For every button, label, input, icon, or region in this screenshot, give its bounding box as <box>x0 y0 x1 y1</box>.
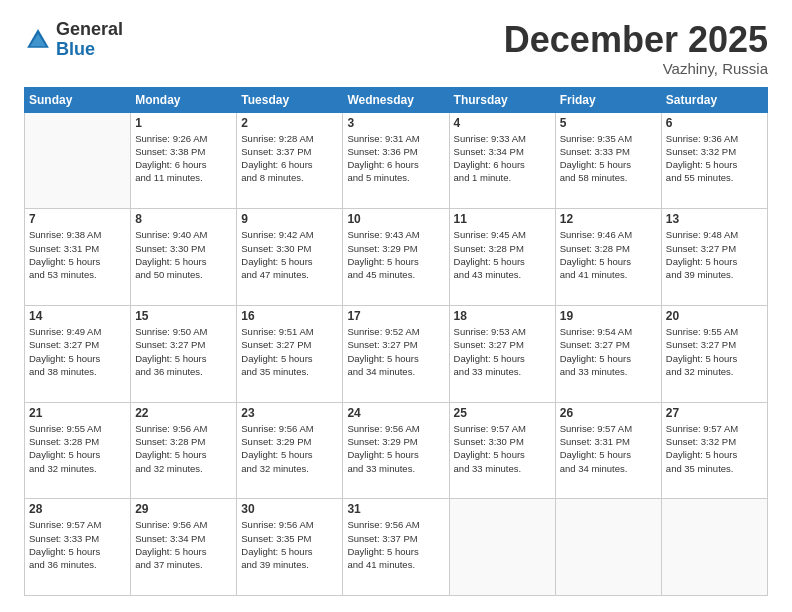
cell-content: Sunrise: 9:28 AM Sunset: 3:37 PM Dayligh… <box>241 132 338 185</box>
cell-content: Sunrise: 9:57 AM Sunset: 3:33 PM Dayligh… <box>29 518 126 571</box>
logo: General Blue <box>24 20 123 60</box>
day-number: 18 <box>454 309 551 323</box>
cell-content: Sunrise: 9:43 AM Sunset: 3:29 PM Dayligh… <box>347 228 444 281</box>
cell-content: Sunrise: 9:56 AM Sunset: 3:29 PM Dayligh… <box>241 422 338 475</box>
day-number: 13 <box>666 212 763 226</box>
cell-content: Sunrise: 9:52 AM Sunset: 3:27 PM Dayligh… <box>347 325 444 378</box>
day-number: 19 <box>560 309 657 323</box>
col-saturday: Saturday <box>661 87 767 112</box>
cell-content: Sunrise: 9:57 AM Sunset: 3:31 PM Dayligh… <box>560 422 657 475</box>
cell-content: Sunrise: 9:57 AM Sunset: 3:32 PM Dayligh… <box>666 422 763 475</box>
day-number: 5 <box>560 116 657 130</box>
cell-content: Sunrise: 9:56 AM Sunset: 3:28 PM Dayligh… <box>135 422 232 475</box>
table-cell: 13Sunrise: 9:48 AM Sunset: 3:27 PM Dayli… <box>661 209 767 306</box>
day-number: 23 <box>241 406 338 420</box>
day-number: 2 <box>241 116 338 130</box>
logo-icon <box>24 26 52 54</box>
table-cell: 7Sunrise: 9:38 AM Sunset: 3:31 PM Daylig… <box>25 209 131 306</box>
day-number: 8 <box>135 212 232 226</box>
month-title: December 2025 <box>504 20 768 60</box>
day-number: 14 <box>29 309 126 323</box>
table-cell: 23Sunrise: 9:56 AM Sunset: 3:29 PM Dayli… <box>237 402 343 499</box>
cell-content: Sunrise: 9:45 AM Sunset: 3:28 PM Dayligh… <box>454 228 551 281</box>
calendar-table: Sunday Monday Tuesday Wednesday Thursday… <box>24 87 768 596</box>
day-number: 28 <box>29 502 126 516</box>
col-wednesday: Wednesday <box>343 87 449 112</box>
cell-content: Sunrise: 9:42 AM Sunset: 3:30 PM Dayligh… <box>241 228 338 281</box>
table-cell: 11Sunrise: 9:45 AM Sunset: 3:28 PM Dayli… <box>449 209 555 306</box>
col-thursday: Thursday <box>449 87 555 112</box>
table-cell: 12Sunrise: 9:46 AM Sunset: 3:28 PM Dayli… <box>555 209 661 306</box>
table-cell: 4Sunrise: 9:33 AM Sunset: 3:34 PM Daylig… <box>449 112 555 209</box>
cell-content: Sunrise: 9:55 AM Sunset: 3:28 PM Dayligh… <box>29 422 126 475</box>
table-cell: 6Sunrise: 9:36 AM Sunset: 3:32 PM Daylig… <box>661 112 767 209</box>
day-number: 3 <box>347 116 444 130</box>
table-cell <box>555 499 661 596</box>
cell-content: Sunrise: 9:57 AM Sunset: 3:30 PM Dayligh… <box>454 422 551 475</box>
logo-general: General <box>56 20 123 40</box>
logo-blue: Blue <box>56 40 123 60</box>
cell-content: Sunrise: 9:35 AM Sunset: 3:33 PM Dayligh… <box>560 132 657 185</box>
cell-content: Sunrise: 9:46 AM Sunset: 3:28 PM Dayligh… <box>560 228 657 281</box>
day-number: 12 <box>560 212 657 226</box>
table-cell: 8Sunrise: 9:40 AM Sunset: 3:30 PM Daylig… <box>131 209 237 306</box>
table-cell: 9Sunrise: 9:42 AM Sunset: 3:30 PM Daylig… <box>237 209 343 306</box>
cell-content: Sunrise: 9:56 AM Sunset: 3:37 PM Dayligh… <box>347 518 444 571</box>
table-cell: 29Sunrise: 9:56 AM Sunset: 3:34 PM Dayli… <box>131 499 237 596</box>
table-cell: 21Sunrise: 9:55 AM Sunset: 3:28 PM Dayli… <box>25 402 131 499</box>
table-cell: 26Sunrise: 9:57 AM Sunset: 3:31 PM Dayli… <box>555 402 661 499</box>
table-cell: 30Sunrise: 9:56 AM Sunset: 3:35 PM Dayli… <box>237 499 343 596</box>
day-number: 6 <box>666 116 763 130</box>
cell-content: Sunrise: 9:40 AM Sunset: 3:30 PM Dayligh… <box>135 228 232 281</box>
day-number: 21 <box>29 406 126 420</box>
table-cell: 16Sunrise: 9:51 AM Sunset: 3:27 PM Dayli… <box>237 305 343 402</box>
day-number: 17 <box>347 309 444 323</box>
day-number: 10 <box>347 212 444 226</box>
cell-content: Sunrise: 9:38 AM Sunset: 3:31 PM Dayligh… <box>29 228 126 281</box>
table-cell: 5Sunrise: 9:35 AM Sunset: 3:33 PM Daylig… <box>555 112 661 209</box>
table-cell: 18Sunrise: 9:53 AM Sunset: 3:27 PM Dayli… <box>449 305 555 402</box>
title-block: December 2025 Vazhiny, Russia <box>504 20 768 77</box>
table-cell: 2Sunrise: 9:28 AM Sunset: 3:37 PM Daylig… <box>237 112 343 209</box>
col-monday: Monday <box>131 87 237 112</box>
col-tuesday: Tuesday <box>237 87 343 112</box>
table-cell: 10Sunrise: 9:43 AM Sunset: 3:29 PM Dayli… <box>343 209 449 306</box>
day-number: 1 <box>135 116 232 130</box>
cell-content: Sunrise: 9:33 AM Sunset: 3:34 PM Dayligh… <box>454 132 551 185</box>
cell-content: Sunrise: 9:55 AM Sunset: 3:27 PM Dayligh… <box>666 325 763 378</box>
table-cell: 31Sunrise: 9:56 AM Sunset: 3:37 PM Dayli… <box>343 499 449 596</box>
day-number: 30 <box>241 502 338 516</box>
cell-content: Sunrise: 9:51 AM Sunset: 3:27 PM Dayligh… <box>241 325 338 378</box>
day-number: 27 <box>666 406 763 420</box>
cell-content: Sunrise: 9:54 AM Sunset: 3:27 PM Dayligh… <box>560 325 657 378</box>
cell-content: Sunrise: 9:50 AM Sunset: 3:27 PM Dayligh… <box>135 325 232 378</box>
col-sunday: Sunday <box>25 87 131 112</box>
day-number: 29 <box>135 502 232 516</box>
day-number: 9 <box>241 212 338 226</box>
day-number: 31 <box>347 502 444 516</box>
day-number: 7 <box>29 212 126 226</box>
cell-content: Sunrise: 9:26 AM Sunset: 3:38 PM Dayligh… <box>135 132 232 185</box>
day-number: 4 <box>454 116 551 130</box>
location-subtitle: Vazhiny, Russia <box>504 60 768 77</box>
day-number: 24 <box>347 406 444 420</box>
table-cell: 27Sunrise: 9:57 AM Sunset: 3:32 PM Dayli… <box>661 402 767 499</box>
cell-content: Sunrise: 9:56 AM Sunset: 3:35 PM Dayligh… <box>241 518 338 571</box>
calendar-week-row: 14Sunrise: 9:49 AM Sunset: 3:27 PM Dayli… <box>25 305 768 402</box>
calendar-header-row: Sunday Monday Tuesday Wednesday Thursday… <box>25 87 768 112</box>
calendar-week-row: 7Sunrise: 9:38 AM Sunset: 3:31 PM Daylig… <box>25 209 768 306</box>
cell-content: Sunrise: 9:48 AM Sunset: 3:27 PM Dayligh… <box>666 228 763 281</box>
cell-content: Sunrise: 9:56 AM Sunset: 3:29 PM Dayligh… <box>347 422 444 475</box>
calendar-week-row: 21Sunrise: 9:55 AM Sunset: 3:28 PM Dayli… <box>25 402 768 499</box>
table-cell: 24Sunrise: 9:56 AM Sunset: 3:29 PM Dayli… <box>343 402 449 499</box>
calendar-week-row: 1Sunrise: 9:26 AM Sunset: 3:38 PM Daylig… <box>25 112 768 209</box>
table-cell: 19Sunrise: 9:54 AM Sunset: 3:27 PM Dayli… <box>555 305 661 402</box>
cell-content: Sunrise: 9:56 AM Sunset: 3:34 PM Dayligh… <box>135 518 232 571</box>
table-cell: 14Sunrise: 9:49 AM Sunset: 3:27 PM Dayli… <box>25 305 131 402</box>
table-cell: 15Sunrise: 9:50 AM Sunset: 3:27 PM Dayli… <box>131 305 237 402</box>
table-cell <box>25 112 131 209</box>
day-number: 11 <box>454 212 551 226</box>
col-friday: Friday <box>555 87 661 112</box>
page: General Blue December 2025 Vazhiny, Russ… <box>0 0 792 612</box>
day-number: 22 <box>135 406 232 420</box>
